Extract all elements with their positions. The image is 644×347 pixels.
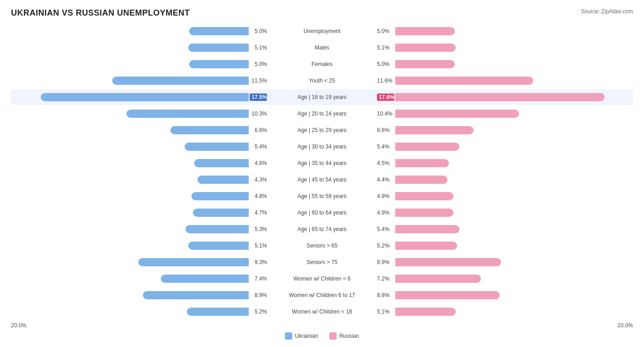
right-value: 8.8%	[377, 292, 394, 298]
left-bar-wrap	[11, 126, 250, 135]
right-bar-wrap	[394, 93, 633, 102]
chart-container: UKRAINIAN VS RUSSIAN UNEMPLOYMENT Source…	[0, 0, 644, 347]
center-label: Women w/ Children < 6	[267, 275, 377, 282]
right-section: 17.6%	[377, 93, 633, 102]
center-label: Age | 16 to 19 years	[267, 94, 377, 100]
left-bar-wrap	[11, 27, 250, 36]
left-value: 17.5%	[250, 94, 267, 101]
bar-row: 5.3%Age | 65 to 74 years5.4%	[11, 221, 633, 237]
left-bar-wrap	[11, 43, 250, 52]
right-bar	[395, 242, 457, 250]
right-value: 4.9%	[377, 209, 394, 216]
left-bar	[143, 291, 249, 299]
left-bar-wrap	[11, 60, 250, 69]
rows-area: 5.0%Unemployment5.0%5.1%Males5.1%5.0%Fem…	[11, 23, 633, 319]
legend-box-ukrainian	[285, 332, 292, 340]
right-section: 4.9%	[377, 192, 633, 201]
left-section: 4.3%	[11, 175, 267, 184]
left-bar	[185, 143, 249, 151]
right-bar-wrap	[394, 258, 633, 267]
left-bar-wrap	[11, 208, 250, 217]
center-label: Seniors > 75	[267, 259, 377, 265]
center-label: Unemployment	[267, 28, 377, 34]
bar-row: 9.3%Seniors > 758.9%	[11, 254, 633, 270]
chart-title: UKRAINIAN VS RUSSIAN UNEMPLOYMENT	[11, 8, 190, 18]
left-bar	[197, 176, 249, 184]
left-section: 6.6%	[11, 126, 267, 135]
bar-row: 4.8%Age | 55 to 59 years4.9%	[11, 188, 633, 204]
left-bar	[186, 225, 249, 233]
left-bar	[188, 242, 249, 250]
left-bar-wrap	[11, 307, 250, 316]
right-value: 17.6%	[377, 94, 394, 101]
right-section: 4.4%	[377, 175, 633, 184]
bar-row: 5.0%Unemployment5.0%	[11, 23, 633, 39]
center-label: Women w/ Children 6 to 17	[267, 292, 377, 298]
right-bar	[395, 77, 533, 85]
right-section: 4.9%	[377, 208, 633, 217]
right-bar-wrap	[394, 126, 633, 135]
center-label: Women w/ Children < 18	[267, 308, 377, 315]
legend-item-russian: Russian	[329, 332, 359, 340]
right-value: 5.4%	[377, 143, 394, 150]
right-bar	[395, 308, 456, 316]
bar-row: 7.4%Women w/ Children < 67.2%	[11, 271, 633, 286]
left-section: 4.7%	[11, 208, 267, 217]
left-bar	[138, 258, 249, 266]
left-bar	[189, 60, 249, 68]
right-bar	[395, 275, 481, 283]
right-section: 8.9%	[377, 258, 633, 267]
left-bar-wrap	[11, 159, 250, 168]
left-bar-wrap	[11, 258, 250, 267]
legend-label-ukrainian: Ukrainian	[295, 333, 318, 339]
left-bar	[126, 110, 249, 118]
right-bar-wrap	[394, 159, 633, 168]
left-section: 5.0%	[11, 27, 267, 36]
bar-row: 8.9%Women w/ Children 6 to 178.8%	[11, 287, 633, 303]
chart-header: UKRAINIAN VS RUSSIAN UNEMPLOYMENT Source…	[11, 8, 633, 18]
right-bar	[395, 60, 455, 68]
left-value: 9.3%	[250, 259, 267, 265]
right-bar-wrap	[394, 109, 633, 118]
bar-row: 4.7%Age | 60 to 64 years4.9%	[11, 205, 633, 220]
legend: Ukrainian Russian	[11, 332, 633, 340]
right-value: 11.6%	[377, 77, 394, 84]
right-bar-wrap	[394, 291, 633, 300]
legend-box-russian	[329, 332, 337, 340]
right-bar	[395, 192, 453, 200]
axis-right-label: 20.0%	[617, 322, 633, 329]
right-value: 4.5%	[377, 160, 394, 166]
left-bar-wrap	[11, 142, 250, 151]
right-bar-wrap	[394, 307, 633, 316]
right-bar	[395, 27, 455, 35]
left-bar	[194, 159, 249, 167]
right-section: 5.1%	[377, 307, 633, 316]
right-bar-wrap	[394, 225, 633, 234]
bar-row: 5.1%Males5.1%	[11, 40, 633, 55]
left-value: 5.2%	[250, 308, 267, 315]
right-value: 5.1%	[377, 44, 394, 51]
right-section: 7.2%	[377, 274, 633, 283]
left-section: 5.0%	[11, 60, 267, 69]
axis-row: 20.0% 20.0%	[11, 322, 633, 329]
center-label: Age | 60 to 64 years	[267, 209, 377, 216]
right-bar-wrap	[394, 76, 633, 85]
right-value: 5.1%	[377, 308, 394, 315]
left-bar	[112, 77, 249, 85]
right-bar	[395, 44, 456, 52]
left-bar-wrap	[11, 175, 250, 184]
right-bar-wrap	[394, 43, 633, 52]
left-value: 10.3%	[250, 110, 267, 117]
right-value: 5.0%	[377, 61, 394, 67]
bar-row: 5.2%Women w/ Children < 185.1%	[11, 304, 633, 319]
right-value: 10.4%	[377, 110, 394, 117]
right-section: 5.0%	[377, 60, 633, 69]
left-bar	[189, 27, 249, 35]
left-section: 5.2%	[11, 307, 267, 316]
right-section: 5.2%	[377, 241, 633, 250]
left-section: 4.8%	[11, 192, 267, 201]
center-label: Age | 65 to 74 years	[267, 226, 377, 232]
right-bar	[395, 110, 519, 118]
center-label: Males	[267, 44, 377, 51]
left-value: 5.0%	[250, 28, 267, 34]
